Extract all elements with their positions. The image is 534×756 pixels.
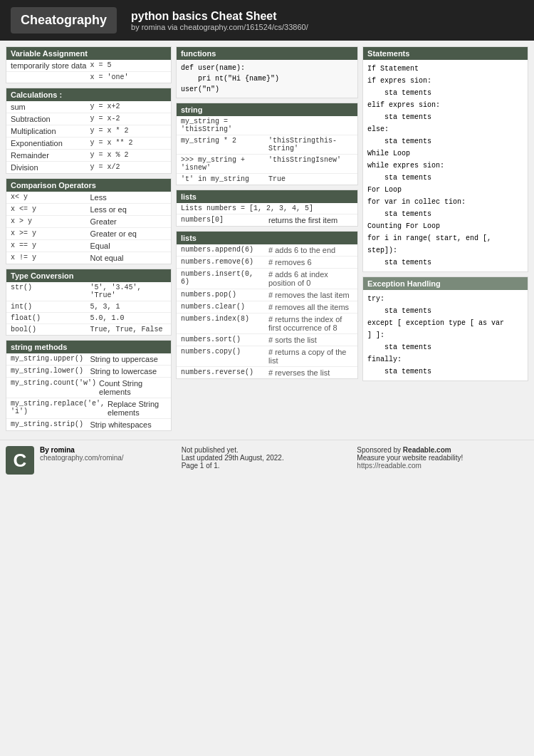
- table-row: str() '5', '3.45', 'True': [6, 282, 171, 301]
- page-footer: C By romina cheatography.com/romina/ Not…: [0, 440, 534, 480]
- page-title: python basics Cheat Sheet: [131, 10, 308, 23]
- list-comment: # returns the index of first occurrence …: [268, 315, 353, 332]
- variable-assignment-header: Variable Assignment: [6, 47, 171, 60]
- author-label: by romina: [131, 23, 165, 31]
- functions-section: functions def user(name): pri nt("Hi {na…: [176, 46, 358, 98]
- str-expr: my_string * 2: [181, 137, 266, 145]
- exception-header: Exception Handling: [363, 277, 528, 290]
- main-content: Variable Assignment temporarily store da…: [0, 41, 534, 437]
- lists1-section: lists Lists numbers = [1, 2, 3, 4, 5] nu…: [176, 190, 358, 227]
- table-row: my_string = 'thisString': [177, 116, 357, 135]
- sm-desc: String to uppercase: [90, 355, 166, 363]
- calc-val: y = x/2: [90, 163, 166, 171]
- string-methods-section: string methods my_string.upper() String …: [6, 340, 172, 431]
- table-row: numbers.reverse() # reverses the list: [177, 367, 357, 378]
- sm-desc: Replace String elements: [108, 400, 167, 417]
- list-method: numbers.insert(0, 6): [181, 270, 266, 286]
- table-row: int() 5, 3, 1: [6, 301, 171, 313]
- footer-logo: C: [6, 446, 34, 475]
- footer-author: By romina: [40, 446, 124, 454]
- sm-desc: Strip whitespaces: [90, 420, 166, 429]
- table-row: numbers.index(8) # returns the index of …: [177, 314, 357, 334]
- list-comment: # removes all the items: [268, 303, 353, 311]
- table-row: bool() True, True, False: [6, 324, 171, 335]
- exception-section: Exception Handling try: sta tements exce…: [362, 276, 528, 381]
- middle-column: functions def user(name): pri nt("Hi {na…: [176, 46, 358, 431]
- functions-header: functions: [177, 47, 357, 60]
- cmp-desc: Equal: [90, 242, 166, 250]
- cmp-desc: Less or eq: [90, 205, 166, 214]
- str-result: 'thisStringIsnew': [268, 156, 353, 164]
- table-row: numbers.pop() # removes the last item: [177, 289, 357, 301]
- lists1-header: lists: [177, 190, 357, 203]
- cmp-desc: Less: [90, 193, 166, 202]
- list-method: numbers.clear(): [181, 303, 266, 311]
- string-header: string: [177, 103, 357, 116]
- footer-measure: Measure your website readability!: [357, 454, 528, 462]
- cheatsheet-url: cheatography.com/161524/cs/33860/: [180, 23, 308, 31]
- type-fn: str(): [11, 284, 87, 291]
- table-row: numbers.sort() # sorts the list: [177, 334, 357, 346]
- sm-desc: String to lowercase: [90, 367, 166, 376]
- sm-fn: my_string.replace('e', 'i'): [11, 400, 105, 415]
- cmp-desc: Not equal: [90, 254, 166, 262]
- statements-code: If Statement if expres sion: sta tements…: [363, 60, 528, 271]
- list-method: numbers.sort(): [181, 336, 266, 343]
- list-method: numbers.remove(6): [181, 258, 266, 266]
- list-comment: # reverses the list: [268, 368, 353, 377]
- page-header: Cheatography python basics Cheat Sheet b…: [0, 0, 534, 41]
- type-conversion-header: Type Conversion: [6, 269, 171, 282]
- right-column: Statements If Statement if expres sion: …: [362, 46, 528, 431]
- calc-name: Division: [11, 163, 87, 172]
- table-row: my_string.replace('e', 'i') Replace Stri…: [6, 398, 171, 419]
- list-comment: # returns a copy of the list: [268, 348, 353, 365]
- comparison-section: Comparison Operators x< y Less x <= y Le…: [6, 178, 172, 264]
- list-comment: # removes the last item: [268, 291, 353, 299]
- calc-val: y = x * 2: [90, 127, 166, 135]
- calc-name: Remainder: [11, 151, 87, 160]
- sm-fn: my_string.strip(): [11, 420, 87, 428]
- cmp-op: x > y: [11, 217, 87, 225]
- table-row: numbers[0] returns the first item: [177, 214, 357, 226]
- type-val: '5', '3.45', 'True': [90, 284, 166, 299]
- type-val: True, True, False: [90, 326, 166, 333]
- table-row: x = 'one': [6, 72, 171, 83]
- calc-val: y = x % 2: [90, 151, 166, 159]
- string-section: string my_string = 'thisString' my_strin…: [176, 103, 358, 185]
- calc-val: y = x-2: [90, 115, 166, 123]
- var-desc: temporarily store data: [11, 61, 87, 70]
- footer-sponsored: Sponsored by Readable.com: [357, 446, 528, 454]
- footer-author-url: cheatography.com/romina/: [40, 454, 124, 462]
- type-conversion-section: Type Conversion str() '5', '3.45', 'True…: [6, 269, 172, 336]
- calc-name: sum: [11, 103, 87, 111]
- table-row: 't' in my_string True: [177, 174, 357, 185]
- list-comment: # adds 6 to the end: [268, 246, 353, 254]
- statements-header: Statements: [363, 47, 528, 60]
- str-expr: my_string = 'thisString': [181, 118, 266, 133]
- table-row: my_string.strip() Strip whitespaces: [6, 419, 171, 430]
- cmp-op: x< y: [11, 193, 87, 201]
- variable-assignment-section: Variable Assignment temporarily store da…: [6, 46, 172, 83]
- table-row: Lists numbers = [1, 2, 3, 4, 5]: [177, 203, 357, 214]
- table-row: numbers.insert(0, 6) # adds 6 at index p…: [177, 269, 357, 289]
- type-fn: bool(): [11, 326, 87, 333]
- string-methods-header: string methods: [6, 341, 171, 353]
- table-row: Subtraction y = x-2: [6, 113, 171, 125]
- sm-fn: my_string.lower(): [11, 367, 87, 375]
- calc-name: Subtraction: [11, 115, 87, 123]
- list-method: numbers.index(8): [181, 315, 266, 323]
- table-row: Multiplication y = x * 2: [6, 125, 171, 138]
- table-row: numbers.remove(6) # removes 6: [177, 257, 357, 269]
- footer-page: Page 1 of 1.: [182, 462, 353, 470]
- cmp-op: x == y: [11, 242, 87, 249]
- calc-name: Multiplication: [11, 127, 87, 135]
- via-label: via: [167, 23, 177, 31]
- sm-desc: Count String elements: [99, 379, 167, 396]
- str-expr: 't' in my_string: [181, 175, 266, 183]
- footer-readable-url: https://readable.com: [357, 462, 528, 470]
- calc-name: Exponentiation: [11, 139, 87, 147]
- table-row: x != y Not equal: [6, 252, 171, 264]
- comparison-header: Comparison Operators: [6, 179, 171, 192]
- table-row: my_string.count('w') Count String elemen…: [6, 378, 171, 398]
- footer-middle: Not published yet. Last updated 29th Aug…: [182, 446, 353, 475]
